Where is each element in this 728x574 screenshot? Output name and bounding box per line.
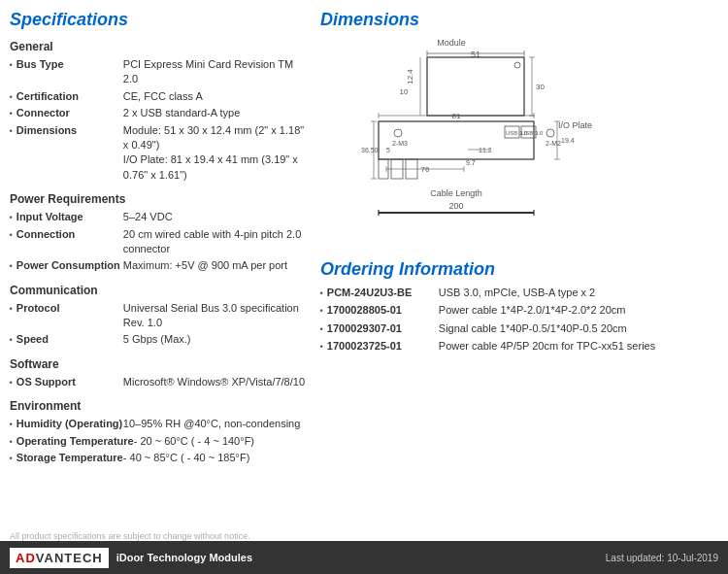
list-item: Protocol Universal Serial Bus 3.0 specif… — [10, 301, 311, 331]
order-label: 1700029307-01 — [327, 321, 439, 336]
svg-point-20 — [394, 129, 402, 137]
list-item: Connection 20 cm wired cable with 4-pin … — [10, 227, 311, 257]
svg-text:19.4: 19.4 — [561, 137, 575, 144]
list-item: Dimensions Module: 51 x 30 x 12.4 mm (2"… — [10, 123, 311, 184]
svg-text:2-M2: 2-M2 — [546, 140, 561, 147]
order-value: USB 3.0, mPCIe, USB-A type x 2 — [439, 286, 595, 300]
logo-vantech: VANTECH — [36, 551, 103, 565]
list-item: Storage Temperature - 40 ~ 85°C ( - 40 ~… — [10, 451, 311, 465]
list-item: PCM-24U2U3-BE USB 3.0, mPCIe, USB-A type… — [320, 286, 713, 300]
order-value: Signal cable 1*40P-0.5/1*40P-0.5 20cm — [439, 321, 627, 336]
svg-text:76: 76 — [421, 165, 430, 174]
dimensions-diagram: Module 51 12.4 10 30 — [320, 36, 713, 250]
footer-note: All product specifications are subject t… — [10, 531, 250, 541]
list-item: Certification CE, FCC class A — [10, 89, 311, 104]
svg-rect-5 — [427, 57, 524, 116]
list-item: 1700023725-01 Power cable 4P/5P 20cm for… — [320, 339, 713, 354]
svg-text:81: 81 — [452, 112, 461, 120]
svg-text:30: 30 — [536, 83, 545, 91]
spec-label: Operating Temperature — [17, 434, 134, 449]
svg-text:10: 10 — [400, 87, 409, 96]
spec-label: Connector — [17, 106, 123, 120]
list-item: Input Voltage 5–24 VDC — [10, 210, 311, 224]
spec-value: 10–95% RH @40°C, non-condensing — [123, 417, 301, 431]
svg-text:36.50: 36.50 — [361, 147, 379, 153]
spec-label: Dimensions — [17, 123, 123, 184]
list-item: Speed 5 Gbps (Max.) — [10, 332, 311, 347]
order-label: 1700028805-01 — [327, 303, 439, 318]
spec-value: 5 Gbps (Max.) — [123, 332, 191, 347]
list-item: Humidity (Operating) 10–95% RH @40°C, no… — [10, 417, 311, 431]
spec-label: Connection — [17, 227, 123, 257]
spec-label: Bus Type — [17, 57, 123, 87]
list-item: Bus Type PCI Express Mini Card Revision … — [10, 57, 311, 87]
list-item: OS Support Microsoft® Windows® XP/Vista/… — [10, 375, 311, 389]
spec-value: 5–24 VDC — [123, 210, 173, 224]
svg-text:2-M3: 2-M3 — [392, 140, 408, 147]
right-column: Dimensions Module 51 12.4 10 — [320, 10, 713, 467]
svg-text:5: 5 — [386, 147, 390, 153]
list-item: 1700029307-01 Signal cable 1*40P-0.5/1*4… — [320, 321, 713, 336]
environment-list: Humidity (Operating) 10–95% RH @40°C, no… — [10, 417, 311, 465]
logo-ad: AD — [16, 551, 36, 565]
spec-value: Microsoft® Windows® XP/Vista/7/8/10 — [123, 375, 305, 389]
svg-text:12.4: 12.4 — [406, 69, 414, 84]
spec-label: Power Consumption — [17, 258, 123, 273]
footer-logo: ADVANTECH — [10, 548, 109, 568]
environment-heading: Environment — [10, 399, 311, 413]
spec-value: - 20 ~ 60°C ( - 4 ~ 140°F) — [134, 434, 254, 449]
communication-heading: Communication — [10, 284, 311, 297]
general-list: Bus Type PCI Express Mini Card Revision … — [10, 57, 311, 183]
spec-label: Storage Temperature — [17, 451, 123, 465]
footer-tagline: iDoor Technology Modules — [116, 552, 252, 563]
svg-text:9.7: 9.7 — [466, 159, 476, 166]
software-heading: Software — [10, 357, 311, 371]
svg-point-6 — [514, 62, 520, 68]
footer-date: Last updated: 10-Jul-2019 — [606, 553, 718, 563]
footer: ADVANTECH iDoor Technology Modules Last … — [0, 541, 728, 574]
svg-text:I/O Plate: I/O Plate — [558, 120, 592, 130]
svg-point-21 — [546, 129, 554, 137]
spec-value: 20 cm wired cable with 4-pin pitch 2.0 c… — [123, 227, 311, 257]
spec-value: CE, FCC class A — [123, 89, 203, 104]
order-label: PCM-24U2U3-BE — [327, 286, 439, 300]
page-title: Specifications — [10, 10, 311, 30]
svg-text:USB 3.0: USB 3.0 — [521, 130, 544, 136]
spec-value: Module: 51 x 30 x 12.4 mm (2" x 1.18" x … — [123, 123, 311, 184]
order-label: 1700023725-01 — [327, 339, 439, 354]
spec-label: Protocol — [17, 301, 123, 331]
order-value: Power cable 1*4P-2.0/1*4P-2.0*2 20cm — [439, 303, 626, 318]
svg-text:Module: Module — [437, 38, 466, 48]
general-heading: General — [10, 40, 311, 53]
power-requirements-heading: Power Requirements — [10, 192, 311, 206]
svg-text:Cable Length: Cable Length — [430, 188, 482, 198]
spec-label: Humidity (Operating) — [17, 417, 123, 431]
spec-value: Universal Serial Bus 3.0 specification R… — [123, 301, 311, 331]
list-item: Power Consumption Maximum: +5V @ 900 mA … — [10, 258, 311, 273]
spec-label: Input Voltage — [17, 210, 123, 224]
communication-list: Protocol Universal Serial Bus 3.0 specif… — [10, 301, 311, 348]
left-column: Specifications General Bus Type PCI Expr… — [10, 10, 311, 467]
spec-value: - 40 ~ 85°C ( - 40 ~ 185°F) — [123, 451, 249, 465]
spec-value: 2 x USB standard-A type — [123, 106, 240, 120]
ordering-title: Ordering Information — [320, 259, 713, 280]
main-content: Specifications General Bus Type PCI Expr… — [0, 0, 728, 477]
power-requirements-list: Input Voltage 5–24 VDC Connection 20 cm … — [10, 210, 311, 274]
dimensions-svg: Module 51 12.4 10 30 — [320, 36, 679, 245]
list-item: Operating Temperature - 20 ~ 60°C ( - 4 … — [10, 434, 311, 449]
svg-text:200: 200 — [448, 201, 463, 211]
dimensions-title: Dimensions — [320, 10, 713, 30]
list-item: 1700028805-01 Power cable 1*4P-2.0/1*4P-… — [320, 303, 713, 318]
spec-label: Speed — [17, 332, 123, 347]
footer-left: ADVANTECH iDoor Technology Modules — [10, 548, 252, 568]
list-item: Connector 2 x USB standard-A type — [10, 106, 311, 120]
spec-label: Certification — [17, 89, 123, 104]
software-list: OS Support Microsoft® Windows® XP/Vista/… — [10, 375, 311, 389]
order-value: Power cable 4P/5P 20cm for TPC-xx51 seri… — [439, 339, 655, 354]
spec-label: OS Support — [17, 375, 123, 389]
svg-text:11.2: 11.2 — [479, 147, 492, 153]
spec-value: Maximum: +5V @ 900 mA per port — [123, 258, 287, 273]
spec-value: PCI Express Mini Card Revision TM 2.0 — [123, 57, 311, 87]
ordering-list: PCM-24U2U3-BE USB 3.0, mPCIe, USB-A type… — [320, 286, 713, 355]
